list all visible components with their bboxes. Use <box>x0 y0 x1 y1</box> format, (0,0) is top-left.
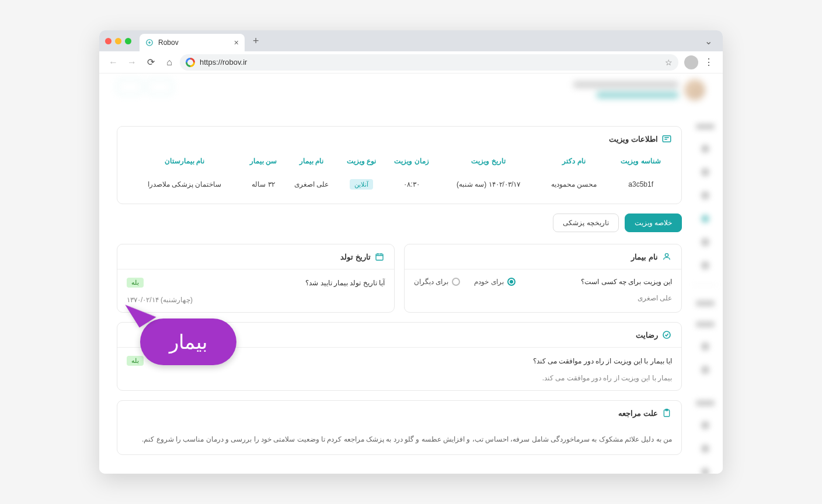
cursor-tooltip: بیمار <box>140 318 236 365</box>
summary-tabs: خلاصه ویزیت تاریخچه پزشکی <box>117 214 682 232</box>
url-text: https://robov.ir <box>200 58 247 66</box>
col-patient: نام بیمار <box>284 151 339 171</box>
minimize-window-icon[interactable] <box>115 38 121 44</box>
visit-info-table: شناسه ویزیت نام دکتر تاریخ ویزیت زمان وی… <box>127 151 672 195</box>
reason-text: من به دلیل علائم مشکوک به سرماخوردگی شام… <box>127 433 672 446</box>
tabs-overflow-icon[interactable]: ⌄ <box>700 36 717 47</box>
forward-button[interactable]: → <box>124 54 140 71</box>
consent-question: ایا بیمار با این ویزیت از راه دور موافقت… <box>533 357 672 365</box>
reload-button[interactable]: ⟳ <box>142 54 159 71</box>
cell-hospital: ساختمان پزشکی ملاصدرا <box>127 171 242 195</box>
info-icon <box>661 134 672 144</box>
online-badge: آنلاین <box>350 179 373 190</box>
clipboard-icon <box>661 408 672 418</box>
col-time: زمان ویزیت <box>385 151 439 171</box>
tab-summary[interactable]: خلاصه ویزیت <box>625 214 682 232</box>
patient-name-card: نام بیمار این ویزیت برای چه کسی است؟ برا… <box>404 244 682 313</box>
page-content: اطلاعات ویزیت شناسه ویزیت نام دکتر تاریخ… <box>99 74 723 474</box>
patient-card-title: نام بیمار <box>631 253 658 261</box>
radio-checked-icon <box>507 278 516 286</box>
dob-card: تاریخ تولد آیا تاریخ تولد بیمار تایید شد… <box>117 244 395 313</box>
cell-visit-id: a3c5b1f <box>609 171 672 195</box>
visit-info-card: اطلاعات ویزیت شناسه ویزیت نام دکتر تاریخ… <box>117 126 682 204</box>
browser-window: Robov × + ⌄ ← → ⟳ ⌂ https://robov.ir ☆ ⋮ <box>99 30 723 474</box>
maximize-window-icon[interactable] <box>125 38 131 44</box>
cell-type: آنلاین <box>339 171 385 195</box>
person-icon <box>661 251 672 262</box>
dob-header: تاریخ تولد <box>117 244 394 270</box>
new-tab-button[interactable]: + <box>249 35 263 47</box>
radio-other-label: برای دیگران <box>414 278 448 286</box>
back-button[interactable]: ← <box>105 54 121 71</box>
col-visit-id: شناسه ویزیت <box>609 151 672 171</box>
radio-other[interactable]: برای دیگران <box>414 278 460 286</box>
dob-question: آیا تاریخ تولد بیمار تایید شد؟ <box>305 279 385 287</box>
home-button[interactable]: ⌂ <box>161 54 177 71</box>
reason-card: علت مراجعه من به دلیل علائم مشکوک به سرم… <box>117 400 682 455</box>
main-area: اطلاعات ویزیت شناسه ویزیت نام دکتر تاریخ… <box>111 120 688 474</box>
cell-patient: علی اصغری <box>284 171 339 195</box>
col-hospital: نام بیمارستان <box>127 151 242 171</box>
patient-name-value: علی اصغری <box>414 294 672 302</box>
google-icon <box>186 58 195 67</box>
cell-date: ۱۴۰۲/۰۳/۱۷ (سه شنبه) <box>438 171 538 195</box>
tab-history[interactable]: تاریخچه پزشکی <box>553 214 618 232</box>
dob-badge: بله <box>127 278 144 288</box>
calendar-icon <box>374 251 385 262</box>
bookmark-icon[interactable]: ☆ <box>665 58 673 67</box>
cell-age: ۳۲ ساله <box>242 171 284 195</box>
col-age: سن بیمار <box>242 151 284 171</box>
reason-title: علت مراجعه <box>618 409 658 418</box>
tab-title: Robov <box>158 38 229 47</box>
browser-tabbar: Robov × + ⌄ <box>99 30 723 51</box>
patient-name-header: نام بیمار <box>405 244 681 270</box>
close-window-icon[interactable] <box>105 38 112 44</box>
col-doctor: نام دکتر <box>538 151 609 171</box>
svg-rect-3 <box>376 254 383 260</box>
table-row: a3c5b1f محسن محمودیه ۱۴۰۲/۰۳/۱۷ (سه شنبه… <box>127 171 672 195</box>
blurred-header <box>99 74 723 120</box>
close-tab-icon[interactable]: × <box>234 38 239 47</box>
radio-unchecked-icon <box>452 278 460 286</box>
radio-self-label: برای خودم <box>474 278 503 286</box>
radio-self[interactable]: برای خودم <box>474 278 515 286</box>
col-date: تاریخ ویزیت <box>438 151 538 171</box>
visit-info-title: اطلاعات ویزیت <box>609 135 658 144</box>
browser-tab[interactable]: Robov × <box>140 34 245 51</box>
window-controls[interactable] <box>105 38 131 44</box>
dob-value: ۱۳۷۰/۰۲/۱۴ (چهارشنبه) <box>127 296 385 304</box>
cursor-label: بیمار <box>140 318 236 365</box>
consent-title: رضایت <box>636 331 658 340</box>
visit-info-header: اطلاعات ویزیت <box>117 127 681 151</box>
url-input[interactable]: https://robov.ir ☆ <box>180 54 678 71</box>
profile-avatar-icon[interactable] <box>684 55 698 69</box>
site-favicon-icon <box>145 38 154 47</box>
dob-title: تاریخ تولد <box>340 253 371 261</box>
browser-addressbar: ← → ⟳ ⌂ https://robov.ir ☆ ⋮ <box>99 51 723 74</box>
col-type: نوع ویزیت <box>339 151 385 171</box>
reason-header: علت مراجعه <box>117 401 681 425</box>
patient-question: این ویزیت برای چه کسی است؟ <box>581 278 672 286</box>
cell-doctor: محسن محمودیه <box>538 171 609 195</box>
browser-menu-icon[interactable]: ⋮ <box>701 57 717 68</box>
cell-time: ۰۸:۳۰ <box>385 171 439 195</box>
blurred-sidebar <box>688 120 723 474</box>
svg-point-2 <box>665 254 668 257</box>
check-icon <box>661 330 672 340</box>
consent-text: بیمار با این ویزیت از راه دور موافقت می … <box>127 374 672 382</box>
